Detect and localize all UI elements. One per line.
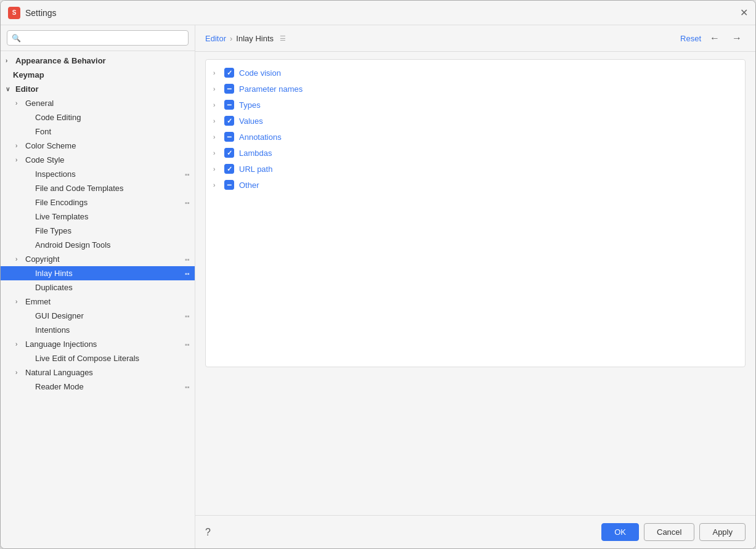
expand-icon: › xyxy=(213,102,219,108)
sidebar-item-inlay-hints[interactable]: Inlay Hints ▪▪ xyxy=(1,266,195,280)
sidebar-item-label: General xyxy=(25,99,190,108)
checkbox-values[interactable]: ✓ xyxy=(224,116,234,126)
help-button[interactable]: ? xyxy=(205,527,211,538)
expand-icon: › xyxy=(213,166,219,173)
hint-item-values[interactable]: › ✓ Values xyxy=(206,113,745,129)
sidebar-item-label: Color Scheme xyxy=(25,141,190,150)
breadcrumb-menu-icon[interactable]: ☰ xyxy=(280,35,286,43)
sidebar-item-emmet[interactable]: › Emmet xyxy=(1,295,195,309)
sidebar-item-label: Editor xyxy=(15,84,190,94)
expand-icon: › xyxy=(213,86,219,92)
hint-label: Other xyxy=(239,181,259,190)
sidebar-item-file-encodings[interactable]: File Encodings ▪▪ xyxy=(1,195,195,209)
sidebar-item-intentions[interactable]: Intentions xyxy=(1,323,195,337)
sidebar-item-label: File Encodings xyxy=(35,198,182,207)
close-button[interactable]: ✕ xyxy=(740,7,748,18)
hint-item-parameter-names[interactable]: › − Parameter names xyxy=(206,81,745,97)
checkbox-code-vision[interactable]: ✓ xyxy=(224,68,234,78)
sidebar-item-label: Reader Mode xyxy=(35,382,182,391)
sidebar-item-label: Inspections xyxy=(35,169,182,179)
breadcrumb: Editor › Inlay Hints ☰ xyxy=(205,34,286,43)
sidebar-item-duplicates[interactable]: Duplicates xyxy=(1,280,195,295)
sidebar-item-reader-mode[interactable]: Reader Mode ▪▪ xyxy=(1,380,195,394)
sidebar-item-gui-designer[interactable]: GUI Designer ▪▪ xyxy=(1,309,195,323)
sidebar-item-label: File Types xyxy=(35,226,190,235)
sidebar-item-editor[interactable]: ∨ Editor xyxy=(1,82,195,96)
chevron-icon: › xyxy=(15,369,23,376)
chevron-icon: › xyxy=(15,341,23,348)
settings-window: S Settings ✕ 🔍 › Appearance & Behavior xyxy=(0,0,756,549)
sidebar-item-font[interactable]: Font xyxy=(1,124,195,139)
settings-icon: ▪▪ xyxy=(185,171,190,178)
sidebar-item-copyright[interactable]: › Copyright ▪▪ xyxy=(1,252,195,266)
settings-icon: ▪▪ xyxy=(185,383,190,391)
app-icon: S xyxy=(8,7,20,19)
sidebar-item-code-editing[interactable]: Code Editing xyxy=(1,110,195,124)
sidebar-item-label: Emmet xyxy=(25,297,190,306)
forward-button[interactable]: → xyxy=(728,31,746,45)
sidebar-item-android-design-tools[interactable]: Android Design Tools xyxy=(1,238,195,252)
sidebar-item-label: Natural Languages xyxy=(25,368,190,377)
chevron-icon: ∨ xyxy=(6,86,13,92)
sidebar-item-inspections[interactable]: Inspections ▪▪ xyxy=(1,167,195,181)
search-box: 🔍 xyxy=(1,25,195,51)
expand-icon: › xyxy=(213,150,219,157)
breadcrumb-parent[interactable]: Editor xyxy=(205,34,226,43)
window-title: Settings xyxy=(25,8,57,18)
sidebar: 🔍 › Appearance & Behavior Keymap ∨ Edito xyxy=(1,25,195,548)
checkbox-parameter-names[interactable]: − xyxy=(224,84,234,94)
chevron-icon: › xyxy=(15,142,23,149)
chevron-icon: › xyxy=(15,256,23,262)
sidebar-item-appearance[interactable]: › Appearance & Behavior xyxy=(1,54,195,68)
sidebar-item-color-scheme[interactable]: › Color Scheme xyxy=(1,139,195,153)
hint-label: Code vision xyxy=(239,68,281,78)
sidebar-item-label: Keymap xyxy=(13,70,190,79)
checkbox-types[interactable]: − xyxy=(224,100,234,110)
hint-item-other[interactable]: › − Other xyxy=(206,177,745,193)
back-button[interactable]: ← xyxy=(706,31,723,45)
expand-icon: › xyxy=(213,70,219,76)
hint-item-url-path[interactable]: › ✓ URL path xyxy=(206,161,745,177)
settings-icon: ▪▪ xyxy=(185,256,190,263)
search-icon: 🔍 xyxy=(12,34,21,43)
sidebar-item-label: Appearance & Behavior xyxy=(15,56,190,65)
main-content: › ✓ Code vision › − Parameter names xyxy=(195,52,755,515)
sidebar-item-label: Live Templates xyxy=(35,212,190,221)
chevron-icon: › xyxy=(6,57,13,64)
main-layout: 🔍 › Appearance & Behavior Keymap ∨ Edito xyxy=(1,25,755,548)
topbar: Editor › Inlay Hints ☰ Reset ← → xyxy=(195,25,755,52)
cancel-button[interactable]: Cancel xyxy=(644,523,694,541)
sidebar-item-live-edit-compose[interactable]: Live Edit of Compose Literals xyxy=(1,351,195,365)
hint-label: Types xyxy=(239,100,261,110)
apply-button[interactable]: Apply xyxy=(699,523,746,541)
hint-item-types[interactable]: › − Types xyxy=(206,97,745,113)
titlebar-left: S Settings xyxy=(8,7,57,19)
sidebar-item-label: Live Edit of Compose Literals xyxy=(35,354,190,363)
hint-item-annotations[interactable]: › − Annotations xyxy=(206,129,745,145)
sidebar-item-code-style[interactable]: › Code Style xyxy=(1,153,195,167)
hint-item-lambdas[interactable]: › ✓ Lambdas xyxy=(206,145,745,161)
checkbox-annotations[interactable]: − xyxy=(224,132,234,142)
sidebar-item-label: File and Code Templates xyxy=(35,184,190,193)
search-input[interactable] xyxy=(7,30,189,46)
sidebar-item-file-types[interactable]: File Types xyxy=(1,224,195,238)
checkbox-url-path[interactable]: ✓ xyxy=(224,164,234,174)
expand-icon: › xyxy=(213,118,219,124)
checkbox-other[interactable]: − xyxy=(224,180,234,190)
reset-button[interactable]: Reset xyxy=(680,34,701,43)
settings-icon: ▪▪ xyxy=(185,312,190,320)
sidebar-item-general[interactable]: › General xyxy=(1,96,195,110)
sidebar-item-natural-languages[interactable]: › Natural Languages xyxy=(1,365,195,380)
breadcrumb-current: Inlay Hints xyxy=(236,34,274,43)
hint-item-code-vision[interactable]: › ✓ Code vision xyxy=(206,65,745,81)
chevron-icon: › xyxy=(15,100,23,107)
sidebar-item-label: GUI Designer xyxy=(35,311,182,320)
footer: ? OK Cancel Apply xyxy=(195,515,755,548)
sidebar-item-keymap[interactable]: Keymap xyxy=(1,68,195,82)
ok-button[interactable]: OK xyxy=(601,523,639,541)
sidebar-item-language-injections[interactable]: › Language Injections ▪▪ xyxy=(1,337,195,351)
sidebar-item-file-code-templates[interactable]: File and Code Templates xyxy=(1,181,195,195)
hints-panel: › ✓ Code vision › − Parameter names xyxy=(205,59,746,367)
sidebar-item-live-templates[interactable]: Live Templates xyxy=(1,209,195,224)
checkbox-lambdas[interactable]: ✓ xyxy=(224,148,234,158)
